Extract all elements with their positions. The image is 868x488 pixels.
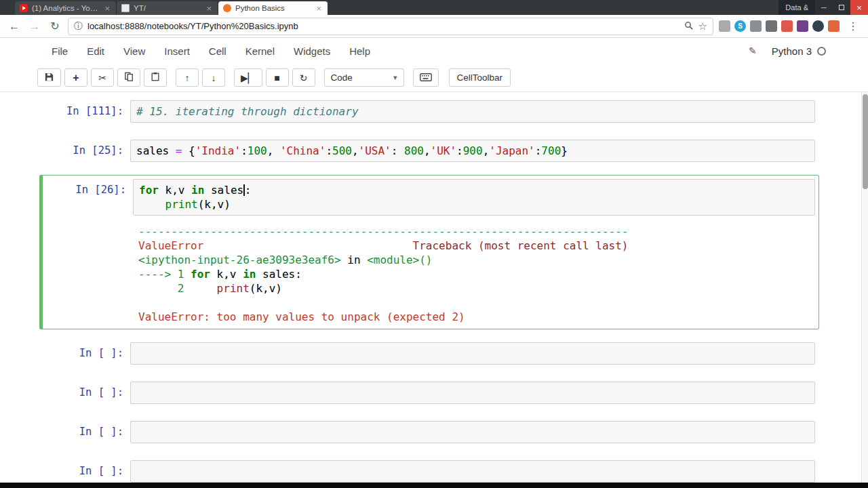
notebook-area[interactable]: In [111]: # 15. iterating through dictio… — [0, 92, 861, 483]
chevron-down-icon: ▾ — [393, 73, 397, 82]
input-prompt: In [ ]: — [43, 342, 130, 365]
output-line: 2 print(k,v) — [138, 281, 810, 296]
output-line: <ipython-input-26-ae3093e3eaf6> in <modu… — [138, 253, 810, 267]
menu-edit[interactable]: Edit — [77, 45, 114, 57]
bookmark-star-icon[interactable]: ☆ — [698, 20, 707, 33]
interrupt-kernel-button[interactable]: ■ — [266, 68, 289, 87]
save-button[interactable] — [37, 68, 61, 87]
zoom-icon[interactable] — [684, 20, 693, 33]
output-line: ValueError Traceback (most recent call l… — [138, 239, 810, 253]
empty-code-cell[interactable]: In [ ]: — [39, 456, 819, 483]
menu-view[interactable]: View — [114, 45, 155, 57]
extension-icon-2[interactable]: S — [734, 20, 746, 32]
paste-cell-button[interactable] — [144, 68, 167, 87]
input-prompt: In [26]: — [46, 179, 133, 216]
window-controls: Data & ─ × — [778, 0, 868, 15]
tab-title: YT/ — [134, 4, 201, 12]
menu-kernel[interactable]: Kernel — [236, 45, 284, 57]
empty-code-cell[interactable]: In [ ]: — [39, 338, 819, 369]
extension-icon-3[interactable] — [750, 20, 762, 32]
code-input[interactable] — [130, 460, 815, 483]
edit-mode-icon: ✎ — [749, 45, 757, 56]
celltoolbar-button[interactable]: CellToolbar — [449, 68, 511, 87]
run-cell-button[interactable]: ▶▏ — [234, 68, 262, 87]
minimize-icon[interactable]: ─ — [815, 0, 833, 15]
output-line — [138, 296, 810, 310]
screen: (1) Analytics - YouTube × YT/ × Python B… — [0, 0, 868, 488]
extension-icon-5[interactable] — [781, 20, 793, 32]
move-up-button[interactable]: ↑ — [176, 68, 199, 87]
extension-toolbar: S — [719, 20, 840, 32]
page-scrollbar[interactable] — [861, 92, 868, 483]
back-icon[interactable]: ← — [7, 20, 22, 33]
close-icon[interactable]: × — [850, 0, 868, 15]
menu-file[interactable]: File — [42, 45, 77, 57]
command-palette-button[interactable] — [413, 68, 439, 87]
extension-icon-1[interactable] — [719, 20, 730, 32]
move-down-button[interactable]: ↓ — [202, 68, 225, 87]
menu-help[interactable]: Help — [340, 45, 380, 57]
code-input[interactable] — [130, 421, 815, 443]
tab-title: Python Basics — [235, 4, 311, 12]
code-line: print(k,v) — [139, 197, 809, 211]
extension-icon-4[interactable] — [766, 20, 777, 32]
address-bar[interactable]: ⓘ localhost:8888/notebooks/YT/Python%20B… — [68, 18, 713, 35]
youtube-favicon — [20, 4, 28, 12]
empty-code-cell[interactable]: In [ ]: — [39, 417, 819, 447]
save-icon — [44, 72, 54, 84]
tab-close-icon[interactable]: × — [103, 3, 111, 14]
input-prompt: In [25]: — [43, 140, 130, 162]
browser-navbar: ← → ↻ ⓘ localhost:8888/notebooks/YT/Pyth… — [0, 15, 868, 38]
browser-titlebar: (1) Analytics - YouTube × YT/ × Python B… — [0, 0, 868, 15]
profile-avatar[interactable] — [812, 20, 824, 32]
code-input[interactable]: for k,v in sales: print(k,v) — [133, 179, 815, 216]
menu-insert[interactable]: Insert — [155, 45, 199, 57]
restore-icon[interactable] — [833, 0, 850, 15]
run-icon: ▶▏ — [241, 73, 256, 83]
browser-tab-yt-tree[interactable]: YT/ × — [117, 1, 218, 15]
browser-tab-python-basics[interactable]: Python Basics × — [218, 1, 328, 15]
stop-icon: ■ — [274, 73, 279, 83]
code-cell-25[interactable]: In [25]: sales = {'India':100, 'China':5… — [39, 136, 819, 166]
code-input[interactable] — [130, 342, 815, 365]
empty-code-cell[interactable]: In [ ]: — [39, 378, 819, 408]
add-cell-button[interactable]: + — [64, 68, 87, 87]
input-prompt: In [111]: — [43, 100, 130, 123]
input-prompt: In [ ]: — [43, 421, 130, 443]
tab-close-icon[interactable]: × — [205, 3, 213, 14]
code-input[interactable]: sales = {'India':100, 'China':500,'USA':… — [130, 140, 815, 162]
scrollbar-thumb[interactable] — [863, 94, 868, 189]
arrow-down-icon: ↓ — [212, 73, 216, 83]
forward-icon[interactable]: → — [27, 20, 42, 33]
reload-icon[interactable]: ↻ — [47, 20, 62, 33]
cut-cell-button[interactable]: ✂ — [91, 68, 114, 87]
code-line: for k,v in sales: — [139, 183, 809, 197]
bottom-black-bar — [0, 483, 868, 488]
input-prompt: In [ ]: — [43, 460, 130, 483]
code-input[interactable] — [130, 382, 815, 404]
menu-cell[interactable]: Cell — [199, 45, 236, 57]
code-line: sales = {'India':100, 'China':500,'USA':… — [136, 144, 809, 158]
restart-kernel-button[interactable]: ↻ — [292, 68, 315, 87]
menu-widgets[interactable]: Widgets — [284, 45, 340, 57]
code-cell-111[interactable]: In [111]: # 15. iterating through dictio… — [39, 96, 819, 127]
code-input[interactable]: # 15. iterating through dictionary — [130, 100, 815, 123]
output-line: ----> 1 for k,v in sales: — [138, 267, 810, 281]
output-prompt — [46, 223, 133, 325]
scissors-icon: ✂ — [98, 73, 106, 83]
jupyter-menubar: File Edit View Insert Cell Kernel Widget… — [0, 38, 868, 64]
code-cell-26-selected[interactable]: In [26]: for k,v in sales: print(k,v) --… — [39, 175, 819, 329]
keyboard-icon — [420, 73, 432, 83]
browser-tab-analytics[interactable]: (1) Analytics - YouTube × — [15, 1, 117, 15]
extension-icon-6[interactable] — [797, 20, 808, 32]
url-text[interactable]: localhost:8888/notebooks/YT/Python%20Bas… — [87, 21, 679, 31]
jupyter-favicon — [223, 4, 231, 12]
tab-close-icon[interactable]: × — [315, 3, 323, 14]
browser-menu-icon[interactable]: ⋮ — [845, 20, 861, 33]
restart-icon: ↻ — [300, 73, 308, 83]
page-info-icon[interactable]: ⓘ — [74, 20, 83, 33]
extension-icon-7[interactable] — [828, 20, 840, 32]
cell-type-dropdown[interactable]: Code ▾ — [324, 68, 404, 87]
copy-cell-button[interactable] — [117, 68, 140, 87]
code-line: # 15. iterating through dictionary — [136, 104, 809, 119]
